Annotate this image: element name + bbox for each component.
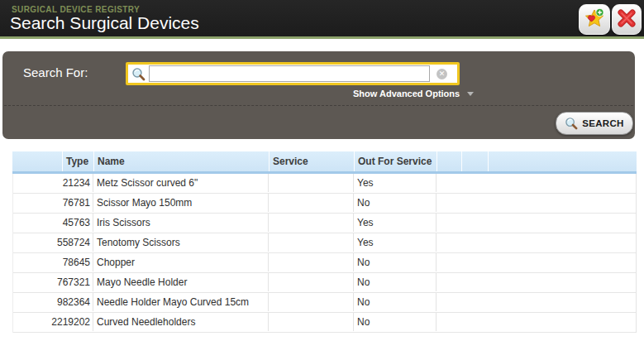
- cell-extra: [436, 313, 636, 331]
- search-panel: Search For: ✕ Show Advanced Options: [2, 51, 635, 139]
- cell-out-for-service: Yes: [354, 233, 436, 252]
- column-header-empty[interactable]: [12, 151, 62, 171]
- cell-extra: [436, 214, 636, 232]
- clear-icon[interactable]: ✕: [436, 69, 447, 79]
- cell-out-for-service: No: [354, 293, 436, 311]
- column-header-empty[interactable]: [436, 151, 461, 171]
- column-header-out_for_service[interactable]: Out For Service: [354, 151, 436, 171]
- page-title: Search Surgical Devices: [10, 13, 199, 33]
- advanced-options-label: Show Advanced Options: [353, 89, 460, 98]
- table-row[interactable]: 2219202Curved NeedleholdersNo: [13, 313, 636, 333]
- cell-service: [269, 293, 354, 311]
- cell-out-for-service: Yes: [354, 174, 436, 192]
- favorite-button[interactable]: [579, 4, 610, 35]
- cell-type: 78645: [13, 253, 93, 271]
- search-button-icon: [565, 117, 578, 130]
- cell-out-for-service: No: [354, 194, 436, 212]
- chevron-down-icon: [467, 92, 474, 96]
- column-header-empty[interactable]: [488, 151, 637, 171]
- cell-service: [269, 174, 354, 192]
- cell-name: Chopper: [93, 253, 269, 271]
- cell-service: [269, 273, 354, 291]
- device-table: TypeNameServiceOut For Service 21234Metz…: [12, 151, 637, 333]
- search-for-label: Search For:: [23, 65, 88, 79]
- search-button[interactable]: SEARCH: [556, 112, 633, 135]
- table-row[interactable]: 558724Tenotomy ScissorsYes: [13, 233, 636, 253]
- cell-type: 76781: [13, 194, 93, 212]
- cell-name: Metz Scissor curved 6": [93, 174, 269, 192]
- cell-extra: [436, 174, 636, 192]
- close-button[interactable]: [612, 4, 642, 35]
- search-box: ✕: [126, 62, 460, 85]
- cell-out-for-service: No: [354, 313, 436, 331]
- table-header-row: TypeNameServiceOut For Service: [12, 151, 637, 174]
- favorite-star-icon: [584, 7, 605, 31]
- table-row[interactable]: 76781Scissor Mayo 150mmNo: [13, 194, 636, 214]
- cell-name: Tenotomy Scissors: [93, 233, 269, 252]
- cell-type: 982364: [13, 293, 93, 311]
- panel-divider: [4, 105, 633, 106]
- cell-out-for-service: No: [354, 253, 436, 271]
- table-body: 21234Metz Scissor curved 6"Yes76781Sciss…: [12, 174, 637, 333]
- cell-service: [269, 194, 354, 212]
- cell-name: Iris Scissors: [93, 214, 269, 232]
- cell-type: 21234: [13, 174, 93, 192]
- cell-type: 45763: [13, 214, 93, 232]
- app-header: SURGICAL DEVICE REGISTRY Search Surgical…: [0, 0, 644, 36]
- cell-name: Needle Holder Mayo Curved 15cm: [93, 293, 269, 311]
- search-input[interactable]: [149, 65, 430, 82]
- cell-name: Scissor Mayo 150mm: [93, 194, 269, 212]
- table-row[interactable]: 21234Metz Scissor curved 6"Yes: [13, 174, 636, 194]
- cell-service: [269, 313, 354, 331]
- column-header-service[interactable]: Service: [269, 151, 354, 171]
- cell-type: 767321: [13, 273, 93, 291]
- advanced-options-toggle[interactable]: Show Advanced Options: [353, 89, 474, 98]
- cell-service: [269, 233, 354, 252]
- table-row[interactable]: 767321Mayo Needle HolderNo: [13, 273, 636, 293]
- header-accent-divider: [0, 36, 644, 39]
- table-row[interactable]: 45763Iris ScissorsYes: [13, 214, 636, 233]
- search-button-label: SEARCH: [582, 118, 623, 128]
- cell-service: [269, 214, 354, 232]
- cell-name: Mayo Needle Holder: [93, 273, 269, 291]
- column-header-name[interactable]: Name: [93, 151, 269, 171]
- search-surgical-devices-window: SURGICAL DEVICE REGISTRY Search Surgical…: [0, 0, 644, 341]
- column-header-empty[interactable]: [461, 151, 488, 171]
- cell-extra: [436, 273, 636, 291]
- cell-type: 2219202: [13, 313, 93, 331]
- cell-extra: [436, 253, 636, 271]
- cell-out-for-service: No: [354, 273, 436, 291]
- cell-out-for-service: Yes: [354, 214, 436, 232]
- cell-service: [269, 253, 354, 271]
- column-header-type[interactable]: Type: [62, 151, 93, 171]
- cell-extra: [436, 293, 636, 311]
- table-row[interactable]: 78645ChopperNo: [13, 253, 636, 273]
- cell-name: Curved Needleholders: [93, 313, 269, 331]
- table-row[interactable]: 982364Needle Holder Mayo Curved 15cmNo: [13, 293, 636, 313]
- cell-extra: [436, 194, 636, 212]
- search-icon: [131, 67, 145, 81]
- cell-type: 558724: [13, 233, 93, 252]
- close-icon: [617, 8, 637, 31]
- cell-extra: [436, 233, 636, 252]
